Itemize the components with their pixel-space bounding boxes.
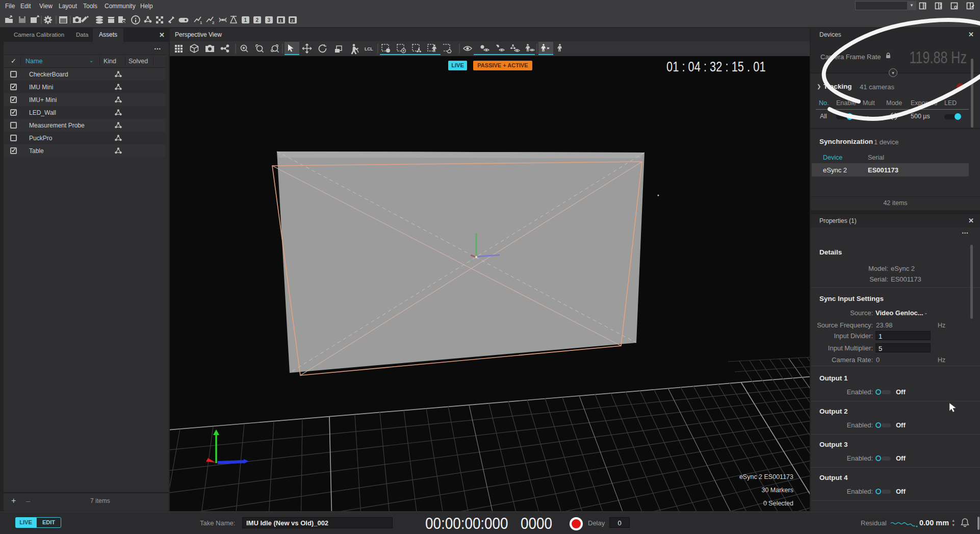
svg-text:2: 2 [212,20,215,25]
svg-text:1: 1 [279,18,282,23]
svg-text:eSync 2 ES001173: eSync 2 ES001173 [739,473,793,480]
svg-text:LCL: LCL [365,46,373,52]
svg-text:2: 2 [291,18,294,23]
svg-text:1: 1 [244,17,247,23]
svg-text:0 Selected: 0 Selected [763,500,793,507]
svg-text:2: 2 [256,17,259,23]
svg-text:3: 3 [268,17,271,23]
svg-text:30 Markers: 30 Markers [761,487,793,494]
svg-text:1: 1 [200,20,202,25]
